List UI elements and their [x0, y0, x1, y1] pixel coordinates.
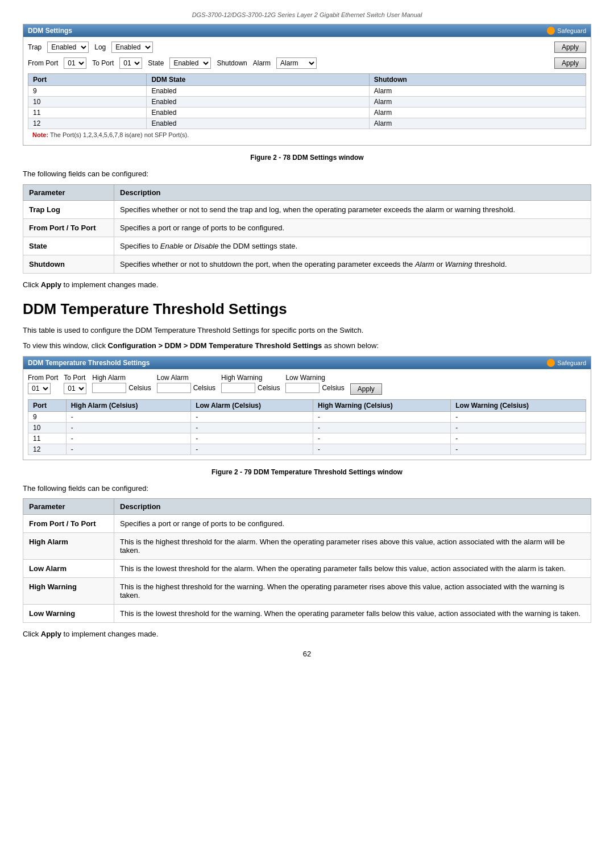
- shutdown-cell: Alarm: [369, 108, 586, 118]
- temp-param-desc-cell: This is the highest threshold for the wa…: [114, 578, 591, 605]
- ddm-state-cell: Enabled: [147, 97, 369, 108]
- temp-high-alarm-cell: -: [66, 422, 190, 433]
- ddm-temp-panel: DDM Temperature Threshold Settings Safeg…: [23, 356, 591, 460]
- temp-param-name-cell: High Alarm: [23, 533, 114, 560]
- ddm-settings-header: DDM Settings Safeguard: [23, 24, 591, 37]
- temp-low-warning-cell: -: [451, 422, 586, 433]
- from-port-select[interactable]: 01020304 05060708 09101112: [64, 57, 86, 69]
- ddm-temp-body: From Port 01020304 05060708 09101112 To …: [23, 369, 591, 460]
- ddm-temp-param-intro: The following fields can be configured:: [23, 483, 591, 494]
- temp-param-name-cell: Low Alarm: [23, 560, 114, 578]
- temp-port-cell: 12: [28, 444, 67, 454]
- temp-param-row: High Warning This is the highest thresho…: [23, 578, 591, 605]
- ddm-note: Note: The Port(s) 1,2,3,4,5,6,7,8 is(are…: [28, 129, 586, 140]
- ddm-trap-row: Trap Enabled Disabled Log Enabled Disabl…: [28, 42, 586, 53]
- temp-port-cell: 11: [28, 433, 67, 444]
- temp-col-high-warning: High Warning (Celsius): [313, 399, 451, 411]
- table-row: 9 Enabled Alarm: [28, 86, 586, 97]
- temp-low-alarm-cell: -: [191, 422, 313, 433]
- temp-port-cell: 10: [28, 422, 67, 433]
- temp-high-alarm-cell: -: [66, 433, 190, 444]
- param-desc-cell: Specifies a port or range of ports to be…: [114, 218, 591, 237]
- ddm-port-row: From Port 01020304 05060708 09101112 To …: [28, 57, 586, 69]
- temp-param-row: From Port / To Port Specifies a port or …: [23, 515, 591, 533]
- log-select[interactable]: Enabled Disabled: [111, 42, 153, 53]
- table-row: 10 Enabled Alarm: [28, 97, 586, 108]
- temp-param-col: Parameter: [23, 499, 114, 515]
- high-warning-input[interactable]: [221, 383, 255, 393]
- temp-high-alarm-cell: -: [66, 411, 190, 422]
- page-number: 62: [23, 650, 591, 658]
- high-alarm-celsius: Celsius: [128, 384, 151, 392]
- param-row: Trap Log Specifies whether or not to sen…: [23, 200, 591, 218]
- temp-to-port-label: To Port: [64, 374, 85, 382]
- temp-from-port-select[interactable]: 01020304 05060708 09101112: [28, 383, 51, 394]
- param-name-cell: State: [23, 237, 114, 255]
- to-port-select[interactable]: 01020304 05060708 09101112: [119, 57, 142, 69]
- param-desc-cell: Specifies whether or not to shutdown the…: [114, 255, 591, 273]
- high-alarm-input[interactable]: [92, 383, 126, 393]
- ddm-state-cell: Enabled: [147, 108, 369, 118]
- ddm-temp-safeguard-badge: Safeguard: [547, 359, 586, 367]
- table-row: 10 - - - -: [28, 422, 586, 433]
- col-port: Port: [28, 74, 147, 86]
- temp-to-port-select[interactable]: 01020304 05060708 09101112: [64, 383, 86, 394]
- safeguard-icon: [547, 27, 555, 35]
- log-label: Log: [94, 43, 106, 51]
- state-select[interactable]: Enabled Disabled: [169, 57, 211, 69]
- shutdown-cell: Alarm: [369, 86, 586, 97]
- port-cell: 11: [28, 108, 147, 118]
- port-cell: 10: [28, 97, 147, 108]
- temp-low-alarm-cell: -: [191, 411, 313, 422]
- trap-label: Trap: [28, 43, 42, 51]
- ddm-settings-title: DDM Settings: [28, 27, 72, 35]
- ddm-state-cell: Enabled: [147, 86, 369, 97]
- table-row: 12 Enabled Alarm: [28, 118, 586, 129]
- high-warning-label: High Warning: [221, 374, 262, 382]
- param-name-cell: Shutdown: [23, 255, 114, 273]
- param-name-cell: Trap Log: [23, 200, 114, 218]
- low-warning-celsius: Celsius: [322, 384, 344, 392]
- low-alarm-celsius: Celsius: [193, 384, 215, 392]
- temp-low-warning-cell: -: [451, 411, 586, 422]
- low-warning-label: Low Warning: [285, 374, 325, 382]
- ddm-temp-heading: DDM Temperature Threshold Settings: [23, 300, 591, 318]
- port-cell: 12: [28, 118, 147, 129]
- trap-select[interactable]: Enabled Disabled: [47, 42, 89, 53]
- col-shutdown: Shutdown: [369, 74, 586, 86]
- ddm-settings-body: Trap Enabled Disabled Log Enabled Disabl…: [23, 37, 591, 145]
- col-ddm-state: DDM State: [147, 74, 369, 86]
- low-warning-input[interactable]: [285, 383, 320, 393]
- temp-low-alarm-cell: -: [191, 433, 313, 444]
- temp-param-row: Low Alarm This is the lowest threshold f…: [23, 560, 591, 578]
- temp-col-low-warning: Low Warning (Celsius): [451, 399, 586, 411]
- temp-param-row: High Alarm This is the highest threshold…: [23, 533, 591, 560]
- temp-param-name-cell: High Warning: [23, 578, 114, 605]
- shutdown-select[interactable]: Alarm Warning None: [276, 57, 317, 69]
- ddm-temp-table: Port High Alarm (Celsius) Low Alarm (Cel…: [28, 399, 586, 455]
- temp-param-desc-cell: Specifies a port or range of ports to be…: [114, 515, 591, 533]
- table-row: 11 - - - -: [28, 433, 586, 444]
- shutdown-cell: Alarm: [369, 118, 586, 129]
- param-row: Shutdown Specifies whether or not to shu…: [23, 255, 591, 273]
- param-row: From Port / To Port Specifies a port or …: [23, 218, 591, 237]
- desc-col-header: Description: [114, 184, 591, 200]
- temp-apply-button[interactable]: Apply: [350, 383, 382, 395]
- port-apply-button[interactable]: Apply: [554, 57, 586, 69]
- shutdown-cell: Alarm: [369, 97, 586, 108]
- table-row: 11 Enabled Alarm: [28, 108, 586, 118]
- low-alarm-input[interactable]: [157, 383, 191, 393]
- temp-col-port: Port: [28, 399, 67, 411]
- temp-param-desc-cell: This is the lowest threshold for the ala…: [114, 560, 591, 578]
- state-label: State: [148, 59, 164, 67]
- ddm-settings-panel: DDM Settings Safeguard Trap Enabled Disa…: [23, 24, 591, 146]
- temp-low-alarm-cell: -: [191, 444, 313, 454]
- temp-param-row: Low Warning This is the lowest threshold…: [23, 605, 591, 623]
- temp-high-warning-cell: -: [313, 444, 451, 454]
- temp-param-name-cell: Low Warning: [23, 605, 114, 623]
- ddm-temp-intro1: This table is used to configure the DDM …: [23, 325, 591, 336]
- trap-apply-button[interactable]: Apply: [554, 42, 586, 53]
- alarm-label: Alarm: [253, 59, 271, 67]
- safeguard-badge: Safeguard: [547, 27, 586, 35]
- temp-col-high-alarm: High Alarm (Celsius): [66, 399, 190, 411]
